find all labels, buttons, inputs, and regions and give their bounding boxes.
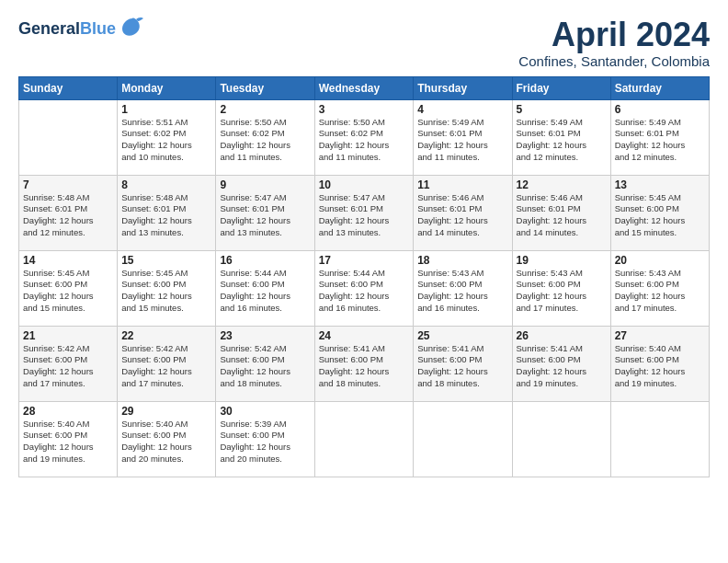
day-info: Sunrise: 5:47 AM Sunset: 6:01 PM Dayligh… xyxy=(220,192,310,239)
day-info: Sunrise: 5:43 AM Sunset: 6:00 PM Dayligh… xyxy=(517,268,607,315)
calendar-cell: 5Sunrise: 5:49 AM Sunset: 6:01 PM Daylig… xyxy=(512,99,610,175)
day-number: 24 xyxy=(319,329,410,342)
day-number: 12 xyxy=(517,178,607,191)
day-info: Sunrise: 5:40 AM Sunset: 6:00 PM Dayligh… xyxy=(615,343,705,390)
col-thursday: Thursday xyxy=(414,76,512,99)
day-info: Sunrise: 5:48 AM Sunset: 6:01 PM Dayligh… xyxy=(23,192,113,239)
day-number: 9 xyxy=(220,178,310,191)
day-info: Sunrise: 5:40 AM Sunset: 6:00 PM Dayligh… xyxy=(121,419,211,465)
day-info: Sunrise: 5:41 AM Sunset: 6:00 PM Dayligh… xyxy=(417,343,507,390)
day-number: 21 xyxy=(23,329,113,342)
header: GeneralBlue April 2024 Confines, Santand… xyxy=(18,17,710,69)
calendar-cell: 7Sunrise: 5:48 AM Sunset: 6:01 PM Daylig… xyxy=(19,175,118,250)
calendar-cell xyxy=(610,401,709,477)
page: GeneralBlue April 2024 Confines, Santand… xyxy=(0,0,728,563)
col-sunday: Sunday xyxy=(19,76,118,99)
day-number: 11 xyxy=(417,178,507,191)
day-number: 6 xyxy=(615,103,705,116)
calendar-week-2: 14Sunrise: 5:45 AM Sunset: 6:00 PM Dayli… xyxy=(19,250,710,326)
calendar-cell: 21Sunrise: 5:42 AM Sunset: 6:00 PM Dayli… xyxy=(19,326,118,401)
logo: GeneralBlue xyxy=(18,17,145,41)
day-number: 15 xyxy=(121,254,211,267)
calendar-week-3: 21Sunrise: 5:42 AM Sunset: 6:00 PM Dayli… xyxy=(19,326,710,401)
calendar-cell: 1Sunrise: 5:51 AM Sunset: 6:02 PM Daylig… xyxy=(118,99,216,175)
logo-text: GeneralBlue xyxy=(18,19,116,40)
day-info: Sunrise: 5:49 AM Sunset: 6:01 PM Dayligh… xyxy=(417,117,507,164)
day-number: 10 xyxy=(319,178,410,191)
day-number: 29 xyxy=(121,405,211,418)
day-number: 28 xyxy=(23,405,113,418)
calendar-cell: 25Sunrise: 5:41 AM Sunset: 6:00 PM Dayli… xyxy=(414,326,512,401)
title-area: April 2024 Confines, Santander, Colombia xyxy=(518,17,710,69)
day-number: 23 xyxy=(220,329,310,342)
calendar-cell: 17Sunrise: 5:44 AM Sunset: 6:00 PM Dayli… xyxy=(314,250,414,326)
calendar-cell: 22Sunrise: 5:42 AM Sunset: 6:00 PM Dayli… xyxy=(118,326,216,401)
day-number: 1 xyxy=(121,103,211,116)
calendar-week-0: 1Sunrise: 5:51 AM Sunset: 6:02 PM Daylig… xyxy=(19,99,710,175)
day-info: Sunrise: 5:39 AM Sunset: 6:00 PM Dayligh… xyxy=(220,419,310,465)
day-number: 4 xyxy=(417,103,507,116)
day-number: 26 xyxy=(517,329,607,342)
col-monday: Monday xyxy=(118,76,216,99)
day-info: Sunrise: 5:45 AM Sunset: 6:00 PM Dayligh… xyxy=(121,268,211,315)
day-info: Sunrise: 5:40 AM Sunset: 6:00 PM Dayligh… xyxy=(23,419,113,465)
calendar-cell: 27Sunrise: 5:40 AM Sunset: 6:00 PM Dayli… xyxy=(610,326,709,401)
calendar-cell xyxy=(512,401,610,477)
calendar-week-4: 28Sunrise: 5:40 AM Sunset: 6:00 PM Dayli… xyxy=(19,401,710,477)
calendar-header-row: Sunday Monday Tuesday Wednesday Thursday… xyxy=(19,76,710,99)
day-number: 3 xyxy=(319,103,410,116)
day-info: Sunrise: 5:48 AM Sunset: 6:01 PM Dayligh… xyxy=(121,192,211,239)
day-info: Sunrise: 5:42 AM Sunset: 6:00 PM Dayligh… xyxy=(121,343,211,390)
day-info: Sunrise: 5:43 AM Sunset: 6:00 PM Dayligh… xyxy=(615,268,705,315)
calendar-cell: 3Sunrise: 5:50 AM Sunset: 6:02 PM Daylig… xyxy=(314,99,414,175)
day-info: Sunrise: 5:41 AM Sunset: 6:00 PM Dayligh… xyxy=(319,343,410,390)
month-title: April 2024 xyxy=(518,17,710,53)
day-number: 30 xyxy=(220,405,310,418)
calendar-cell xyxy=(414,401,512,477)
calendar-cell: 30Sunrise: 5:39 AM Sunset: 6:00 PM Dayli… xyxy=(216,401,314,477)
calendar-cell: 29Sunrise: 5:40 AM Sunset: 6:00 PM Dayli… xyxy=(118,401,216,477)
day-number: 13 xyxy=(615,178,705,191)
calendar-cell: 12Sunrise: 5:46 AM Sunset: 6:01 PM Dayli… xyxy=(512,175,610,250)
calendar-cell: 28Sunrise: 5:40 AM Sunset: 6:00 PM Dayli… xyxy=(19,401,118,477)
day-number: 17 xyxy=(319,254,410,267)
day-number: 25 xyxy=(417,329,507,342)
day-info: Sunrise: 5:49 AM Sunset: 6:01 PM Dayligh… xyxy=(517,117,607,164)
calendar-cell: 11Sunrise: 5:46 AM Sunset: 6:01 PM Dayli… xyxy=(414,175,512,250)
day-info: Sunrise: 5:50 AM Sunset: 6:02 PM Dayligh… xyxy=(319,117,410,164)
calendar-cell: 14Sunrise: 5:45 AM Sunset: 6:00 PM Dayli… xyxy=(19,250,118,326)
calendar-cell: 26Sunrise: 5:41 AM Sunset: 6:00 PM Dayli… xyxy=(512,326,610,401)
day-number: 20 xyxy=(615,254,705,267)
day-info: Sunrise: 5:42 AM Sunset: 6:00 PM Dayligh… xyxy=(23,343,113,390)
day-number: 2 xyxy=(220,103,310,116)
calendar-cell: 16Sunrise: 5:44 AM Sunset: 6:00 PM Dayli… xyxy=(216,250,314,326)
col-wednesday: Wednesday xyxy=(314,76,414,99)
day-info: Sunrise: 5:42 AM Sunset: 6:00 PM Dayligh… xyxy=(220,343,310,390)
day-info: Sunrise: 5:44 AM Sunset: 6:00 PM Dayligh… xyxy=(220,268,310,315)
day-number: 18 xyxy=(417,254,507,267)
calendar-cell: 24Sunrise: 5:41 AM Sunset: 6:00 PM Dayli… xyxy=(314,326,414,401)
day-info: Sunrise: 5:41 AM Sunset: 6:00 PM Dayligh… xyxy=(517,343,607,390)
calendar-cell: 19Sunrise: 5:43 AM Sunset: 6:00 PM Dayli… xyxy=(512,250,610,326)
calendar-cell: 4Sunrise: 5:49 AM Sunset: 6:01 PM Daylig… xyxy=(414,99,512,175)
day-number: 16 xyxy=(220,254,310,267)
day-number: 14 xyxy=(23,254,113,267)
calendar-cell: 2Sunrise: 5:50 AM Sunset: 6:02 PM Daylig… xyxy=(216,99,314,175)
day-info: Sunrise: 5:46 AM Sunset: 6:01 PM Dayligh… xyxy=(417,192,507,239)
calendar-cell: 23Sunrise: 5:42 AM Sunset: 6:00 PM Dayli… xyxy=(216,326,314,401)
day-info: Sunrise: 5:43 AM Sunset: 6:00 PM Dayligh… xyxy=(417,268,507,315)
calendar-week-1: 7Sunrise: 5:48 AM Sunset: 6:01 PM Daylig… xyxy=(19,175,710,250)
day-info: Sunrise: 5:47 AM Sunset: 6:01 PM Dayligh… xyxy=(319,192,410,239)
location: Confines, Santander, Colombia xyxy=(518,53,710,69)
day-info: Sunrise: 5:49 AM Sunset: 6:01 PM Dayligh… xyxy=(615,117,705,164)
day-info: Sunrise: 5:46 AM Sunset: 6:01 PM Dayligh… xyxy=(517,192,607,239)
day-info: Sunrise: 5:44 AM Sunset: 6:00 PM Dayligh… xyxy=(319,268,410,315)
day-info: Sunrise: 5:51 AM Sunset: 6:02 PM Dayligh… xyxy=(121,117,211,164)
day-info: Sunrise: 5:45 AM Sunset: 6:00 PM Dayligh… xyxy=(615,192,705,239)
col-tuesday: Tuesday xyxy=(216,76,314,99)
col-saturday: Saturday xyxy=(610,76,709,99)
calendar-cell: 18Sunrise: 5:43 AM Sunset: 6:00 PM Dayli… xyxy=(414,250,512,326)
calendar-table: Sunday Monday Tuesday Wednesday Thursday… xyxy=(18,76,710,477)
calendar-cell: 9Sunrise: 5:47 AM Sunset: 6:01 PM Daylig… xyxy=(216,175,314,250)
calendar-cell: 10Sunrise: 5:47 AM Sunset: 6:01 PM Dayli… xyxy=(314,175,414,250)
